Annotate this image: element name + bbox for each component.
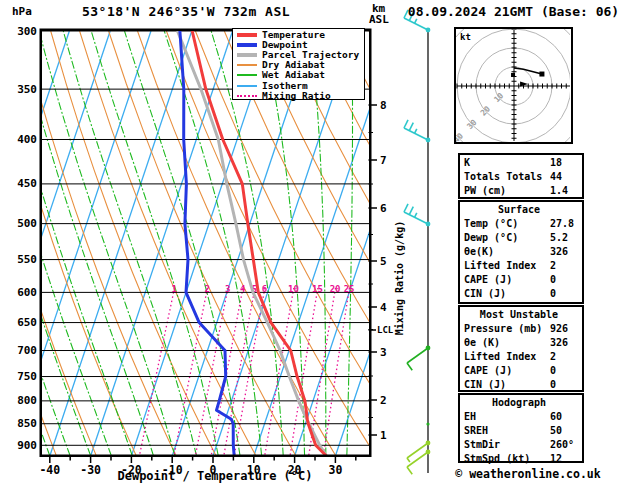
- panel-row-label: Lifted Index: [464, 260, 536, 271]
- mixing-ratio-value-label: 1: [171, 284, 176, 294]
- panel-row-value: 0: [550, 287, 556, 301]
- copyright-credit: © weatheronline.co.uk: [455, 467, 601, 481]
- panel-row: CIN (J)0: [464, 378, 582, 392]
- pressure-tick-label: 300: [17, 25, 37, 38]
- panel-row-value: 44: [550, 170, 562, 184]
- wind-barb: [404, 204, 430, 226]
- pressure-tick-label: 900: [17, 439, 37, 452]
- panel-row: CAPE (J)0: [464, 364, 582, 378]
- pressure-tick-label: 400: [17, 133, 37, 146]
- panel-row-value: 5.2: [550, 231, 568, 245]
- panel-row-value: 1.4: [550, 184, 568, 198]
- legend-swatch-wet-adiabat: [237, 74, 257, 76]
- pressure-tick-label: 700: [17, 344, 37, 357]
- panel-row-label: Lifted Index: [464, 351, 536, 362]
- km-tick-label: 3: [380, 346, 387, 359]
- pressure-tick-label: 650: [17, 316, 37, 329]
- hodograph-panel: Hodograph EH60SREH50StmDir260°StmSpd (kt…: [458, 393, 584, 463]
- station-title: 53°18'N 246°35'W 732m ASL: [42, 4, 330, 19]
- km-tick-label: 5: [380, 255, 387, 268]
- panel-row: Lifted Index2: [464, 350, 582, 364]
- surface-panel: Surface Temp (°C)27.8Dewp (°C)5.2θe(K)32…: [458, 200, 584, 304]
- pressure-tick-label: 550: [17, 253, 37, 266]
- mixing-ratio-value-label: 20: [330, 284, 341, 294]
- hodograph-surface-marker: [511, 73, 515, 77]
- legend-box: TemperatureDewpointParcel TrajectoryDry …: [232, 28, 365, 100]
- pressure-tick-label: 450: [17, 177, 37, 190]
- wet-adiabat-line: [18, 31, 154, 456]
- indices-panel: K18Totals Totals44PW (cm)1.4: [458, 153, 584, 199]
- km-tick-label: 7: [380, 154, 387, 167]
- altitude-unit-asl-label: ASL: [369, 13, 389, 26]
- panel-row-value: 50: [550, 424, 562, 438]
- legend-swatch-isotherm: [237, 85, 257, 87]
- panel-row-value: 0: [550, 378, 556, 392]
- panel-row-label: θe(K): [464, 246, 494, 257]
- panel-row: StmSpd (kt)12: [464, 452, 582, 466]
- panel-row-label: K: [464, 157, 470, 168]
- mixing-ratio-line: [139, 288, 174, 456]
- panel-row-label: StmSpd (kt): [464, 453, 530, 464]
- panel-row-value: 2: [550, 350, 556, 364]
- mixing-ratio-line: [265, 288, 294, 456]
- mixing-ratio-value-label: 2: [204, 284, 209, 294]
- legend-swatch-parcel-trajectory: [237, 53, 257, 57]
- mixing-ratio-line: [211, 288, 243, 456]
- most-unstable-panel: Most Unstable Pressure (mb)926θe (K)326L…: [458, 305, 584, 392]
- panel-row-value: 260°: [550, 438, 574, 452]
- km-tick-label: 4: [380, 301, 387, 314]
- pressure-unit-label: hPa: [12, 5, 32, 18]
- panel-row: Pressure (mb)926: [464, 322, 582, 336]
- km-tick-label: 6: [380, 202, 387, 215]
- legend-swatch-temperature: [237, 33, 257, 37]
- mixing-ratio-value-label: 6: [262, 284, 267, 294]
- km-tick-label: 2: [380, 394, 387, 407]
- panel-row-value: 0: [550, 364, 556, 378]
- temperature-axis-label: Dewpoint / Temperature (°C): [45, 469, 385, 483]
- dry-adiabat-line: [80, 31, 257, 458]
- panel-row-label: Pressure (mb): [464, 323, 542, 334]
- km-tick-label: 1: [380, 429, 387, 442]
- legend-swatch-dry-adiabat: [237, 64, 257, 66]
- panel-row-label: StmDir: [464, 439, 500, 450]
- mixing-ratio-value-label: 3: [225, 284, 230, 294]
- valid-datetime: 08.09.2024 21GMT (Base: 06): [398, 4, 629, 19]
- panel-row-value: 18: [550, 156, 562, 170]
- panel-row-label: SREH: [464, 425, 488, 436]
- pressure-tick-label: 350: [17, 83, 37, 96]
- panel-row-label: PW (cm): [464, 185, 506, 196]
- panel-row-label: Totals Totals: [464, 171, 542, 182]
- panel-row: SREH50: [464, 424, 582, 438]
- hodograph-unit-label: kt: [460, 32, 471, 42]
- legend-swatch-mixing-ratio: [237, 95, 257, 97]
- panel-row-label: EH: [464, 411, 476, 422]
- dry-adiabat-line: [22, 31, 177, 458]
- panel-row: Dewp (°C)5.2: [464, 231, 582, 245]
- pressure-tick-label: 750: [17, 370, 37, 383]
- panel-row: Lifted Index2: [464, 259, 582, 273]
- dry-adiabat-line: [601, 31, 629, 458]
- mixing-ratio-value-label: 25: [344, 284, 355, 294]
- km-tick-label: 8: [380, 99, 387, 112]
- panel-row-value: 60: [550, 410, 562, 424]
- mixing-ratio-line: [323, 288, 349, 456]
- panel-row-value: 0: [550, 273, 556, 287]
- panel-row-value: 2: [550, 259, 556, 273]
- panel-row: Temp (°C)27.8: [464, 217, 582, 231]
- panel-row-label: CIN (J): [464, 379, 506, 390]
- panel-row: EH60: [464, 410, 582, 424]
- panel-row-label: CAPE (J): [464, 365, 512, 376]
- panel-row-label: CAPE (J): [464, 274, 512, 285]
- panel-row: PW (cm)1.4: [464, 184, 582, 198]
- legend-swatch-dewpoint: [237, 43, 257, 47]
- isotherm-line: [91, 31, 233, 456]
- legend-item: Wet Adiabat: [237, 70, 364, 80]
- panel-row-value: 326: [550, 245, 568, 259]
- wet-adiabat-line: [0, 31, 91, 456]
- most-unstable-panel-title: Most Unstable: [464, 308, 582, 322]
- legend-label: Wet Adiabat: [262, 70, 325, 80]
- hodograph: 10203040kt: [438, 10, 590, 162]
- panel-row: CIN (J)0: [464, 287, 582, 301]
- pressure-tick-label: 500: [17, 217, 37, 230]
- mixing-ratio-value-label: 15: [312, 284, 323, 294]
